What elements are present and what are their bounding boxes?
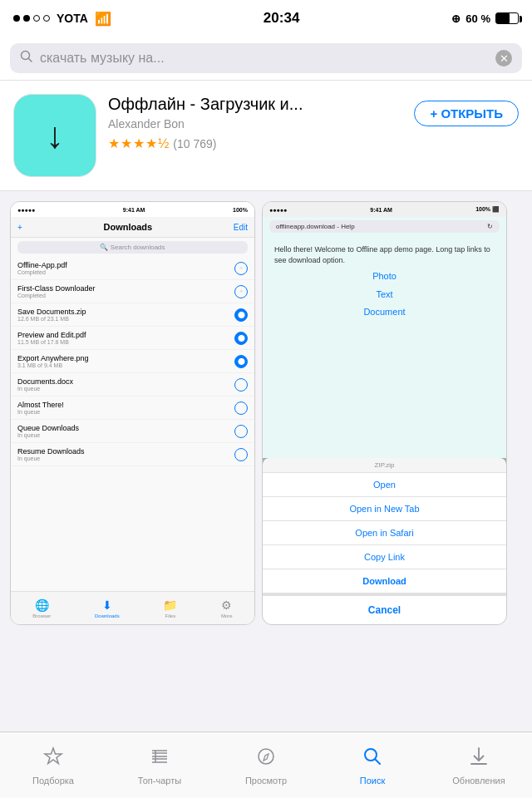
svg-line-1 (29, 59, 32, 62)
ss1-battery: 100% (233, 207, 248, 213)
ss2-link-text: Text (274, 288, 495, 301)
ss2-signal: ●●●●● (269, 207, 287, 213)
ss1-plus-btn: + (17, 223, 22, 232)
signal-dot-1 (13, 15, 20, 22)
app-name: Оффлайн - Загрузчик и... (108, 94, 303, 114)
app-card: ↓ Оффлайн - Загрузчик и... Alexander Bon… (0, 81, 532, 191)
ss1-search: 🔍 Search downloads (17, 241, 248, 254)
search-tab-icon (362, 746, 383, 772)
search-bar-container: скачать музыку на... ✕ (0, 37, 532, 81)
ss1-time: 9:41 AM (123, 207, 145, 213)
ss2-modal-open-tab[interactable]: Open in New Tab (263, 496, 506, 520)
open-button[interactable]: + ОТКРЫТЬ (414, 101, 519, 126)
wifi-icon: 📶 (95, 11, 111, 27)
ss1-item-8: Resume DownloadsIn queue (11, 443, 254, 466)
ss2-modal-download[interactable]: Download (263, 569, 506, 593)
ss2-body: Hello there! Welcome to Offline app demo… (274, 244, 495, 265)
screenshots-row: ●●●●● 9:41 AM 100% + Downloads Edit 🔍 Se… (0, 201, 532, 625)
ss2-time: 9:41 AM (370, 207, 392, 213)
ss1-item-0: Offline-App.pdfCompleted + (11, 257, 254, 280)
compass-icon (255, 746, 277, 772)
svg-line-10 (376, 759, 381, 764)
stars: ★★★★½ (108, 135, 170, 151)
search-input-wrap[interactable]: скачать музыку на... ✕ (10, 43, 522, 73)
ss1-icon-1: + (234, 285, 248, 298)
ss1-item-6: Almost There!In queue (11, 397, 254, 420)
ss2-modal-cancel[interactable]: Cancel (263, 593, 506, 624)
status-left: YOTA 📶 (13, 11, 111, 27)
ss1-tab-more: ⚙ More (221, 598, 233, 618)
signal-dot-2 (23, 15, 30, 22)
ss2-modal-open-safari[interactable]: Open in Safari (263, 520, 506, 544)
screenshots-section: ●●●●● 9:41 AM 100% + Downloads Edit 🔍 Se… (0, 191, 532, 635)
ss1-icon-6 (234, 401, 248, 415)
browser-icon: 🌐 (35, 598, 49, 612)
ss1-item-1: First-Class DownloaderCompleted + (11, 280, 254, 303)
app-developer: Alexander Bon (108, 117, 303, 131)
ss1-item-2: Save Documents.zip12.6 MB of 23.1 MB ⬤ (11, 303, 254, 327)
ss2-battery: 100% ⬛ (475, 206, 500, 213)
ss1-edit-btn: Edit (234, 223, 248, 232)
app-info: Оффлайн - Загрузчик и... Alexander Bon ★… (108, 94, 519, 151)
more-icon: ⚙ (221, 598, 232, 612)
ss1-item-7: Queue DownloadsIn queue (11, 420, 254, 443)
app-rating: ★★★★½ (10 769) (108, 135, 303, 151)
battery-fill (496, 13, 510, 23)
refresh-icon: ↻ (487, 223, 493, 230)
ss1-icon-7 (234, 425, 248, 438)
ss2-url-bar: offlineapp.download - Help ↻ (269, 220, 500, 233)
tab-bar: Подборка Топ-чарты Просмотр (0, 732, 532, 798)
ss1-tab-browser: 🌐 Browser (32, 598, 51, 618)
tab-top-charts[interactable]: Топ-чарты (106, 732, 213, 798)
tab-label-search: Поиск (360, 776, 385, 786)
app-icon-arrow: ↓ (46, 115, 64, 156)
status-bar: YOTA 📶 20:34 ⊕ 60 % (0, 0, 532, 37)
tab-label-updates: Обновления (452, 776, 505, 786)
ss1-signal: ●●●●● (17, 207, 35, 213)
carrier-label: YOTA (57, 12, 88, 25)
search-input[interactable]: скачать музыку на... (40, 51, 489, 66)
star-icon (42, 746, 64, 772)
ss1-icon-5 (234, 378, 248, 392)
status-right: ⊕ 60 % (451, 12, 519, 25)
review-count: (10 769) (173, 137, 216, 150)
ss2-link-photo: Photo (274, 270, 495, 283)
ss1-nav-title: Downloads (103, 222, 152, 232)
tab-label-top-charts: Топ-чарты (138, 776, 181, 786)
battery-percent: 60 % (466, 12, 490, 25)
ss1-tab-files: 📁 Files (163, 598, 177, 618)
ss2-url-text: offlineapp.download - Help (276, 223, 355, 230)
ss1-icon-8 (234, 448, 248, 461)
ss1-status: ●●●●● 9:41 AM 100% (11, 202, 254, 217)
ss1-item-3: Preview and Edit.pdf11.5 MB of 17.8 MB ⬤ (11, 327, 254, 350)
tab-podborka[interactable]: Подборка (0, 732, 106, 798)
ss1-icon-2: ⬤ (234, 308, 248, 322)
screenshot-2: ●●●●● 9:41 AM 100% ⬛ offlineapp.download… (262, 201, 507, 625)
ss2-content: Hello there! Welcome to Offline app demo… (263, 236, 506, 332)
ss2-link-document: Document (274, 306, 495, 318)
downloads-icon: ⬇ (102, 598, 112, 612)
clear-search-button[interactable]: ✕ (495, 50, 512, 66)
ss1-icon-3: ⬤ (234, 332, 248, 345)
download-tab-icon (468, 746, 490, 772)
ss2-status: ●●●●● 9:41 AM 100% ⬛ (263, 202, 506, 217)
lock-icon: ⊕ (451, 12, 461, 25)
screenshot-1: ●●●●● 9:41 AM 100% + Downloads Edit 🔍 Se… (10, 201, 255, 625)
ss2-modal-copy-link[interactable]: Copy Link (263, 544, 506, 569)
ss2-modal-open[interactable]: Open (263, 472, 506, 496)
tab-browse[interactable]: Просмотр (213, 732, 319, 798)
list-icon (149, 746, 170, 772)
search-icon (20, 50, 33, 66)
svg-point-8 (259, 749, 273, 764)
tab-label-podborka: Подборка (32, 776, 74, 786)
tab-search[interactable]: Поиск (319, 732, 426, 798)
ss1-item-5: Documents.docxIn queue (11, 373, 254, 397)
status-time: 20:34 (264, 10, 299, 27)
signal-dot-3 (33, 15, 40, 22)
ss1-nav: + Downloads Edit (11, 217, 254, 238)
signal-dot-4 (43, 15, 50, 22)
tab-updates[interactable]: Обновления (426, 732, 532, 798)
ss2-modal-header: ZIP.zip (263, 458, 506, 472)
ss1-item-4: Export Anywhere.png3.1 MB of 9.4 MB ⬤ (11, 350, 254, 373)
ss1-icon-4: ⬤ (234, 355, 248, 368)
